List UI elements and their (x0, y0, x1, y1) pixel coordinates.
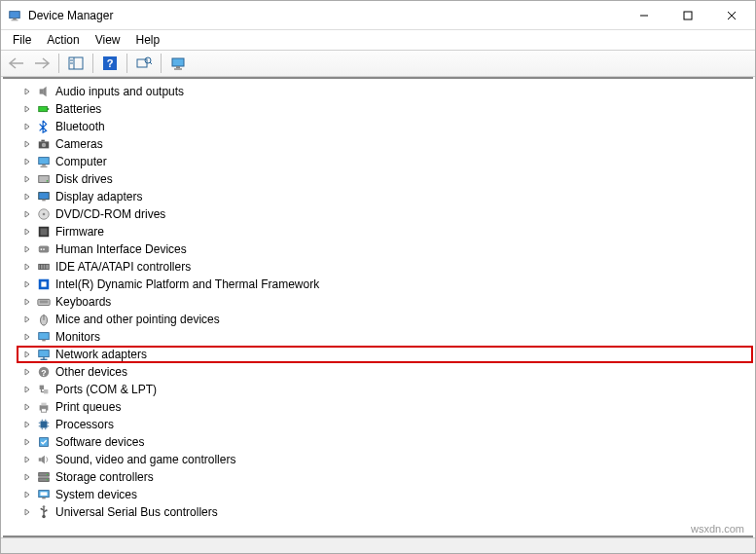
toolbar-separator (58, 54, 59, 73)
expand-chevron-icon[interactable] (20, 453, 34, 466)
tree-item-label: System devices (55, 488, 137, 501)
toolbar-separator (161, 54, 162, 73)
statusbar (1, 537, 755, 553)
tree-item-software[interactable]: Software devices (20, 433, 753, 451)
tree-item-firmware[interactable]: Firmware (20, 223, 753, 240)
expand-chevron-icon[interactable] (20, 383, 34, 396)
tree-item-computer[interactable]: Computer (20, 153, 753, 170)
menu-help[interactable]: Help (128, 31, 168, 49)
expand-chevron-icon[interactable] (20, 190, 34, 203)
ide-icon (36, 259, 52, 275)
tree-item-label: Batteries (55, 102, 101, 116)
display-icon (36, 189, 52, 204)
tree-item-label: Keyboards (55, 295, 111, 309)
svg-rect-85 (46, 509, 48, 511)
sound-icon (36, 452, 52, 467)
tree-item-label: Display adapters (55, 190, 142, 203)
monitor-icon (36, 329, 52, 345)
toolbar: ? (1, 50, 755, 77)
tree-item-mouse[interactable]: Mice and other pointing devices (20, 311, 753, 328)
toolbar-separator (126, 54, 127, 73)
back-button[interactable] (5, 53, 28, 74)
forward-button[interactable] (30, 53, 54, 74)
tree-item-camera[interactable]: Cameras (20, 135, 753, 153)
svg-rect-1 (13, 18, 17, 19)
tree-item-system[interactable]: System devices (20, 486, 753, 503)
expand-chevron-icon[interactable] (20, 330, 34, 344)
expand-chevron-icon[interactable] (20, 137, 34, 151)
close-button[interactable] (709, 1, 753, 29)
expand-chevron-icon[interactable] (20, 313, 34, 326)
svg-point-23 (42, 143, 46, 147)
tree-item-keyboard[interactable]: Keyboards (20, 293, 753, 311)
printer-icon (36, 399, 52, 415)
menu-view[interactable]: View (88, 31, 128, 49)
tree-item-label: Other devices (55, 365, 127, 379)
expand-chevron-icon[interactable] (20, 172, 34, 186)
other-icon: ? (36, 364, 52, 380)
help-button[interactable]: ? (98, 53, 122, 74)
expand-chevron-icon[interactable] (20, 418, 34, 431)
expand-chevron-icon[interactable] (20, 435, 34, 449)
tree-item-hid[interactable]: Human Interface Devices (20, 240, 753, 258)
tree-item-speaker[interactable]: Audio inputs and outputs (20, 83, 753, 100)
show-hide-console-tree-button[interactable] (64, 53, 88, 74)
tree-item-bluetooth[interactable]: Bluetooth (20, 118, 753, 135)
expand-chevron-icon[interactable] (20, 295, 34, 309)
tree-item-label: Audio inputs and outputs (55, 85, 184, 98)
tree-item-usb[interactable]: Universal Serial Bus controllers (20, 503, 753, 521)
svg-rect-80 (41, 492, 48, 496)
tree-item-network[interactable]: Network adapters (17, 346, 753, 363)
expand-chevron-icon[interactable] (20, 225, 34, 239)
menu-file[interactable]: File (5, 31, 39, 49)
svg-point-84 (41, 508, 43, 510)
expand-chevron-icon[interactable] (20, 470, 34, 484)
expand-chevron-icon[interactable] (20, 365, 34, 379)
tree-item-other[interactable]: ?Other devices (20, 363, 753, 381)
expand-chevron-icon[interactable] (20, 505, 34, 519)
svg-rect-21 (48, 108, 50, 110)
menu-action[interactable]: Action (39, 31, 87, 49)
monitor-button[interactable] (166, 53, 190, 74)
tree-item-ide[interactable]: IDE ATA/ATAPI controllers (20, 258, 753, 276)
device-tree-pane[interactable]: Audio inputs and outputsBatteriesBluetoo… (3, 77, 753, 537)
svg-point-38 (43, 248, 45, 250)
svg-rect-19 (40, 89, 44, 93)
tree-item-label: Computer (55, 155, 107, 168)
svg-rect-24 (41, 140, 45, 142)
camera-icon (36, 136, 52, 152)
expand-chevron-icon[interactable] (20, 85, 34, 98)
tree-item-ports[interactable]: Ports (COM & LPT) (20, 381, 753, 398)
expand-chevron-icon[interactable] (20, 102, 34, 116)
tree-item-storage[interactable]: Storage controllers (20, 468, 753, 486)
tree-item-monitor[interactable]: Monitors (20, 328, 753, 346)
firmware-icon (36, 224, 52, 240)
expand-chevron-icon[interactable] (20, 488, 34, 501)
expand-chevron-icon[interactable] (20, 207, 34, 221)
scan-hardware-button[interactable] (132, 53, 156, 74)
minimize-button[interactable] (622, 1, 666, 29)
svg-rect-4 (684, 12, 692, 19)
expand-chevron-icon[interactable] (20, 155, 34, 168)
tree-item-label: Processors (55, 418, 114, 431)
maximize-button[interactable] (666, 1, 709, 29)
svg-rect-81 (42, 498, 46, 499)
expand-chevron-icon[interactable] (20, 400, 34, 414)
tree-item-disk[interactable]: Disk drives (20, 170, 753, 188)
tree-item-display[interactable]: Display adapters (20, 188, 753, 205)
tree-item-battery[interactable]: Batteries (20, 100, 753, 118)
expand-chevron-icon[interactable] (20, 277, 34, 291)
tree-item-printer[interactable]: Print queues (20, 398, 753, 416)
toolbar-separator (92, 54, 93, 73)
expand-chevron-icon[interactable] (20, 120, 34, 133)
expand-chevron-icon[interactable] (20, 348, 34, 361)
tree-item-intel[interactable]: Intel(R) Dynamic Platform and Thermal Fr… (20, 276, 753, 293)
expand-chevron-icon[interactable] (20, 260, 34, 274)
app-icon (7, 8, 22, 23)
tree-item-cpu[interactable]: Processors (20, 416, 753, 433)
tree-item-label: Network adapters (55, 348, 147, 361)
tree-item-sound[interactable]: Sound, video and game controllers (20, 451, 753, 468)
tree-item-cdrom[interactable]: DVD/CD-ROM drives (20, 205, 753, 223)
expand-chevron-icon[interactable] (20, 242, 34, 256)
menubar: File Action View Help (1, 30, 755, 50)
